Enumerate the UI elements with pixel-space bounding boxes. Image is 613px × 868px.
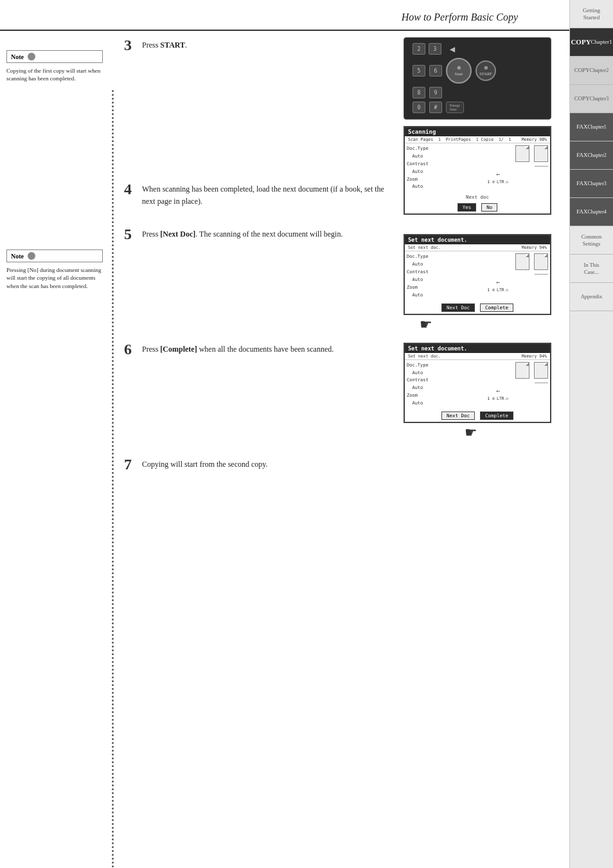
- dot: [112, 773, 114, 775]
- screen-right-area: ───── ← 1 ≡ LTR ▷: [448, 145, 548, 191]
- sidebar-item-fax-ch4[interactable]: FAXChapter4: [570, 198, 613, 226]
- setnext-2-ltr-arrow: ▷: [506, 396, 509, 401]
- dot: [112, 800, 114, 802]
- sidebar-item-getting-started[interactable]: GettingStarted: [570, 0, 613, 28]
- dot: [112, 167, 114, 169]
- dot: [112, 279, 114, 281]
- dot: [112, 819, 114, 821]
- sidebar-item-fax-ch2[interactable]: FAXChapter2: [570, 141, 613, 170]
- energy-save-button[interactable]: EnergySave: [446, 102, 464, 113]
- setnext-2-doc-icon-1: [515, 362, 529, 379]
- dot: [112, 777, 114, 779]
- sidebar-label-copy: COPY: [571, 38, 591, 46]
- images-column: 2 3 ◀ 5 6 ⊕ Start ⊗ STAR: [404, 37, 563, 868]
- scan-pages-label: Scan Pages 1 PrintPages 1 Copie 1/ 1: [408, 137, 511, 142]
- yes-button[interactable]: Yes: [458, 203, 477, 212]
- sidebar-item-copy-ch2[interactable]: COPYChapter2: [570, 57, 613, 85]
- dot: [112, 607, 114, 609]
- dot: [112, 854, 114, 856]
- dot: [112, 267, 114, 269]
- complete-button-1[interactable]: Complete: [480, 303, 513, 312]
- setnext-2-footer-buttons: Next Doc Complete: [405, 410, 550, 422]
- sidebar-item-copy-ch1[interactable]: COPY Chapter1: [570, 28, 613, 57]
- dot: [112, 275, 114, 277]
- dot: [112, 653, 114, 655]
- dot: [112, 503, 114, 505]
- dot: [112, 584, 114, 586]
- setnext-1-left-labels: Doc.Type AutoContrast AutoZoom Auto: [407, 253, 445, 299]
- dot: [112, 457, 114, 458]
- dot: [112, 615, 114, 617]
- dot: [112, 464, 114, 466]
- dot: [112, 240, 114, 242]
- setnext-1-info: Set next doc. Memory 94%: [405, 244, 550, 251]
- dot: [112, 360, 114, 362]
- sidebar-item-common-settings[interactable]: CommonSettings: [570, 226, 613, 255]
- setnext-1-ltr-arrow: ▷: [506, 287, 509, 293]
- sidebar-chapter-copy1: Chapter1: [591, 39, 612, 46]
- dot: [112, 750, 114, 752]
- start-button[interactable]: ⊕ Start: [446, 58, 472, 84]
- setnext-2-content: Doc.Type AutoContrast AutoZoom Auto ────…: [405, 360, 550, 410]
- dot: [112, 256, 114, 258]
- complete-button-2[interactable]: Complete: [480, 411, 513, 420]
- next-doc-button-2[interactable]: Next Doc: [441, 411, 475, 420]
- step-3-bold: START: [160, 41, 185, 50]
- dot: [112, 769, 114, 771]
- dot: [112, 148, 114, 150]
- dot: [112, 163, 114, 165]
- dot: [112, 341, 114, 343]
- dot: [112, 534, 114, 536]
- dot: [112, 680, 114, 682]
- dot: [112, 206, 114, 208]
- main-content: How to Perform Basic Copy Note Copying o…: [0, 0, 569, 868]
- dot: [112, 156, 114, 158]
- dot: [112, 484, 114, 485]
- dot: [112, 186, 114, 188]
- dot: [112, 441, 114, 443]
- sidebar-item-in-this-case[interactable]: In ThisCase...: [570, 255, 613, 283]
- dot: [112, 402, 114, 404]
- dot: [112, 418, 114, 420]
- dot: [112, 842, 114, 844]
- sidebar-item-appendix[interactable]: Appendix: [570, 283, 613, 311]
- sidebar: GettingStarted COPY Chapter1 COPYChapter…: [569, 0, 613, 868]
- dot: [112, 619, 114, 620]
- sidebar-item-fax-ch3[interactable]: FAXChapter3: [570, 170, 613, 198]
- sidebar-item-fax-ch1[interactable]: FAXChapter1: [570, 113, 613, 141]
- dot: [112, 306, 114, 308]
- dot: [112, 561, 114, 563]
- setnext-1-ltr-icon: 1 ≡: [487, 287, 495, 293]
- dot: [112, 345, 114, 347]
- dot: [112, 217, 114, 219]
- next-doc-button-1[interactable]: Next Doc: [441, 303, 475, 312]
- dot: [112, 692, 114, 694]
- dot: [112, 159, 114, 161]
- no-button[interactable]: No: [481, 203, 497, 212]
- step-4-content: When scanning has been completed, load t…: [142, 181, 398, 207]
- sidebar-item-copy-ch3[interactable]: COPYChapter3: [570, 85, 613, 113]
- dot: [112, 707, 114, 709]
- setnext-2-right-area: ───── ← 1 ≡ LTR ▷: [448, 362, 548, 408]
- ltr-arrow: ▷: [506, 179, 509, 185]
- start-icon: ⊕: [457, 66, 461, 71]
- dot: [112, 572, 114, 574]
- step-5-content: Press [Next Doc]. The scanning of the ne…: [142, 226, 342, 240]
- note-1-text: Copying of the first copy will start whe…: [6, 67, 103, 82]
- dot: [112, 225, 114, 227]
- dot: [112, 541, 114, 543]
- dot: [112, 460, 114, 462]
- dot: [112, 391, 114, 393]
- stop-button[interactable]: ⊗ START: [475, 60, 496, 81]
- dot: [112, 102, 114, 104]
- dot: [112, 545, 114, 547]
- dot: [112, 804, 114, 806]
- dot: [112, 352, 114, 354]
- dot: [112, 719, 114, 721]
- stop-icon: ⊗: [484, 66, 488, 71]
- dot: [112, 576, 114, 578]
- dot: [112, 429, 114, 431]
- dot: [112, 333, 114, 335]
- dot: [112, 746, 114, 748]
- dot: [112, 808, 114, 809]
